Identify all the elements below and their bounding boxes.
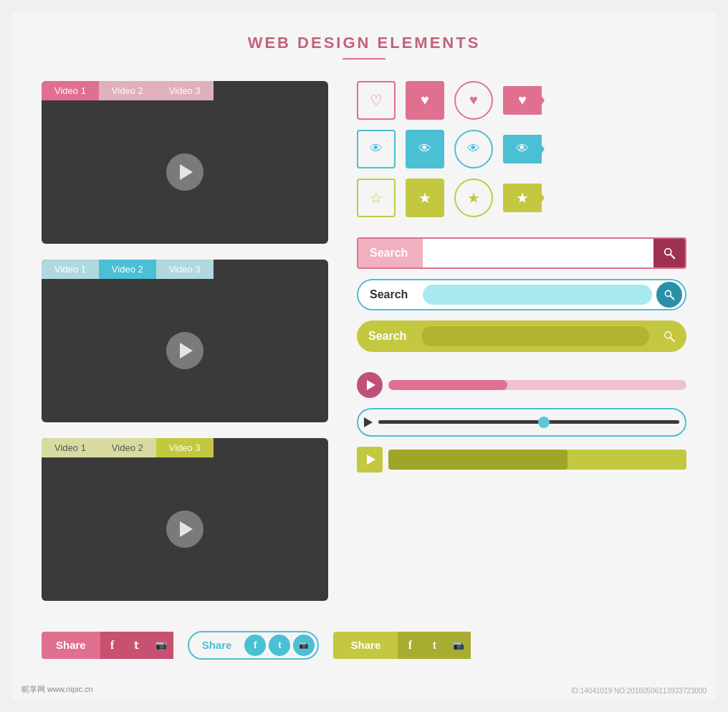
search-button-olive[interactable]	[656, 323, 682, 349]
title-underline	[343, 58, 385, 60]
media-knob-teal[interactable]	[538, 417, 550, 428]
video-screen-teal	[42, 279, 328, 422]
search-icon-pink	[663, 247, 676, 260]
play-button-olive[interactable]	[166, 511, 203, 548]
search-button-pink[interactable]	[653, 239, 685, 267]
search-input-teal[interactable]	[423, 285, 652, 305]
media-player-teal	[357, 409, 686, 435]
watermark-left: 昵享网 www.nipic.cn	[21, 684, 93, 695]
search-icon-olive	[663, 330, 676, 343]
media-play-olive[interactable]	[357, 447, 383, 473]
share-facebook-teal[interactable]: f	[244, 635, 266, 656]
media-play-pink[interactable]	[357, 372, 383, 398]
svg-line-1	[671, 254, 674, 257]
search-label-olive: Search	[357, 330, 421, 343]
star-icon-circle-olive[interactable]: ★	[454, 179, 493, 217]
icons-section: ♡ ♥ ♥ ♥	[357, 81, 686, 217]
search-icon-teal	[664, 289, 675, 300]
video-player-pink: Video 1 Video 2 Video 3	[42, 81, 328, 244]
share-twitter-teal[interactable]: t	[269, 635, 290, 656]
search-bar-pink: Search	[357, 237, 686, 269]
pink-tabs: Video 1 Video 2 Video 3	[42, 81, 328, 100]
search-label-teal: Search	[358, 288, 423, 301]
media-bar-pink[interactable]	[388, 380, 686, 390]
share-group-teal: Share f t 📷	[188, 631, 320, 660]
share-twitter-pink[interactable]: 𝕥	[125, 632, 149, 659]
share-instagram-pink[interactable]: 📷	[149, 632, 173, 659]
heart-icon-flag-pink[interactable]: ♥	[503, 81, 549, 120]
right-column: ♡ ♥ ♥ ♥	[357, 81, 686, 617]
share-group-olive: Share f t 📷	[333, 632, 471, 659]
icon-row-teal: 👁 👁 👁 👁	[357, 130, 686, 168]
eye-icon-flag-teal[interactable]: 👁	[503, 130, 549, 168]
video-player-teal: Video 1 Video 2 Video 3	[42, 260, 328, 422]
share-facebook-pink[interactable]: f	[100, 632, 125, 659]
search-input-olive[interactable]	[421, 326, 649, 346]
tab-video1-pink[interactable]: Video 1	[42, 81, 99, 100]
tab-video2-teal[interactable]: Video 2	[99, 260, 156, 279]
star-icon-filled-olive[interactable]: ★	[406, 179, 444, 217]
eye-icon-filled-teal[interactable]: 👁	[406, 130, 444, 168]
play-button-teal[interactable]	[166, 332, 203, 369]
eye-icon-square-teal[interactable]: 👁	[357, 130, 396, 168]
icon-row-pink: ♡ ♥ ♥ ♥	[357, 81, 686, 120]
search-section: Search Search	[357, 237, 686, 352]
olive-tabs: Video 1 Video 2 Video 3	[42, 438, 328, 457]
tab-video1-teal[interactable]: Video 1	[42, 260, 99, 279]
share-section: Share f 𝕥 📷 Share f t 📷 Share f t 📷	[42, 631, 686, 660]
svg-line-3	[671, 295, 674, 299]
media-player-pink	[357, 372, 686, 398]
heart-icon-square-pink[interactable]: ♡	[357, 81, 396, 120]
tab-video3-teal[interactable]: Video 3	[156, 260, 214, 279]
search-bar-olive: Search	[357, 321, 686, 352]
share-group-pink: Share f 𝕥 📷	[42, 632, 173, 659]
media-play-teal[interactable]	[364, 417, 373, 427]
svg-line-5	[671, 337, 674, 341]
tab-video3-olive[interactable]: Video 3	[156, 438, 214, 457]
media-bar-olive[interactable]	[388, 450, 686, 470]
heart-icon-filled-pink[interactable]: ♥	[406, 81, 444, 120]
page-title: WEB DESIGN ELEMENTS	[42, 34, 686, 52]
tab-video2-olive[interactable]: Video 2	[99, 438, 156, 457]
video-player-olive: Video 1 Video 2 Video 3	[42, 438, 328, 601]
teal-tabs: Video 1 Video 2 Video 3	[42, 260, 328, 279]
content-row: Video 1 Video 2 Video 3 Video 1 Video 2 …	[42, 81, 686, 617]
tab-video2-pink[interactable]: Video 2	[99, 81, 156, 100]
left-column: Video 1 Video 2 Video 3 Video 1 Video 2 …	[42, 81, 328, 617]
watermark-right: ID:14041019 NO:20160506113933723000	[571, 687, 707, 695]
media-player-olive	[357, 447, 686, 473]
search-label-pink: Search	[358, 239, 423, 267]
share-button-teal[interactable]: Share	[192, 639, 242, 651]
heart-icon-circle-pink[interactable]: ♥	[454, 81, 493, 120]
video-screen-olive	[42, 457, 328, 601]
icon-row-olive: ☆ ★ ★ ★	[357, 179, 686, 217]
search-input-pink[interactable]	[423, 239, 653, 267]
tab-video1-olive[interactable]: Video 1	[42, 438, 99, 457]
search-bar-teal: Search	[357, 279, 686, 310]
share-button-pink[interactable]: Share	[42, 632, 100, 659]
star-icon-flag-olive[interactable]: ★	[503, 179, 549, 217]
media-section	[357, 372, 686, 473]
share-facebook-olive[interactable]: f	[398, 632, 422, 659]
share-instagram-olive[interactable]: 📷	[446, 632, 471, 659]
eye-icon-circle-teal[interactable]: 👁	[454, 130, 493, 168]
search-button-teal[interactable]	[656, 282, 682, 308]
media-bar-teal[interactable]	[378, 420, 679, 424]
media-progress-pink	[388, 380, 507, 390]
video-screen-pink	[42, 100, 328, 244]
share-instagram-teal[interactable]: 📷	[293, 635, 315, 656]
main-container: WEB DESIGN ELEMENTS Video 1 Video 2 Vide…	[13, 12, 715, 701]
share-button-olive[interactable]: Share	[333, 632, 398, 659]
star-icon-square-olive[interactable]: ☆	[357, 179, 396, 217]
play-button-pink[interactable]	[166, 153, 203, 191]
media-teal-wrap[interactable]	[357, 408, 686, 437]
media-progress-olive	[388, 450, 567, 470]
tab-video3-pink[interactable]: Video 3	[156, 81, 214, 100]
share-twitter-olive[interactable]: t	[422, 632, 446, 659]
